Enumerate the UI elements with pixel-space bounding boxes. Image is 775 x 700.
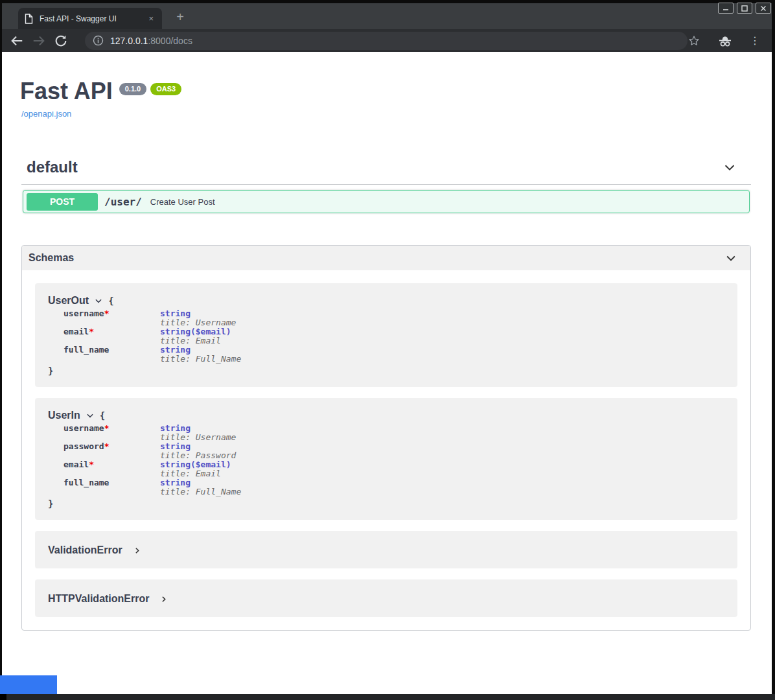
- model-userout: UserOut { username* string title: Userna…: [35, 283, 737, 387]
- tab-strip: Fast API - Swagger UI × +: [2, 3, 772, 29]
- model-name: HTTPValidationError: [48, 593, 149, 605]
- swagger-ui: Fast API 0.1.0 OAS3 /openapi.json defaul…: [2, 52, 772, 631]
- page-document-icon: [25, 14, 33, 24]
- property-type: string($email): [160, 327, 241, 336]
- endpoint-summary: Create User Post: [150, 197, 215, 207]
- property-name: password: [64, 441, 104, 451]
- minimize-icon: [722, 5, 730, 12]
- model-name: ValidationError: [48, 544, 122, 556]
- model-title-row[interactable]: UserOut {: [48, 295, 724, 307]
- property-title: title: Full_Name: [160, 487, 241, 496]
- close-brace: }: [48, 498, 53, 509]
- property-name: email: [64, 460, 89, 469]
- window-bottom-corner: [0, 694, 6, 700]
- close-brace: }: [48, 366, 53, 376]
- property-type: string: [160, 309, 241, 318]
- tab-title: Fast API - Swagger UI: [40, 14, 146, 23]
- page-content: Fast API 0.1.0 OAS3 /openapi.json defaul…: [2, 52, 772, 694]
- model-validationerror: ValidationError: [35, 531, 737, 568]
- click-indicator: [0, 675, 57, 695]
- model-name: UserOut: [48, 295, 89, 307]
- tab-close-icon[interactable]: ×: [146, 14, 156, 23]
- api-title-row: Fast API 0.1.0 OAS3: [20, 78, 752, 105]
- required-star: *: [104, 423, 110, 433]
- schemas-header[interactable]: Schemas: [22, 246, 750, 270]
- required-star: *: [104, 441, 110, 451]
- url-path: :8000/docs: [148, 36, 192, 46]
- required-star: *: [89, 460, 94, 469]
- tag-section-default: default POST /user/ Create User Post: [21, 158, 751, 213]
- back-icon[interactable]: [10, 34, 24, 48]
- required-star: *: [104, 309, 110, 318]
- property-row: full_name string title: Full_Name: [64, 478, 241, 496]
- address-bar[interactable]: 127.0.0.1:8000/docs: [85, 32, 688, 50]
- url-host: 127.0.0.1: [110, 36, 148, 46]
- badges: 0.1.0 OAS3: [119, 83, 181, 95]
- api-info: Fast API 0.1.0 OAS3 /openapi.json: [20, 78, 752, 119]
- property-title: title: Username: [160, 318, 241, 327]
- minimize-button[interactable]: [718, 3, 734, 14]
- property-name: full_name: [64, 478, 109, 487]
- model-name: UserIn: [48, 410, 80, 421]
- property-name: username: [64, 423, 104, 433]
- property-title: title: Full_Name: [160, 355, 241, 364]
- property-type: string: [160, 424, 241, 433]
- browser-menu-icon[interactable]: ⋮: [750, 36, 760, 46]
- open-brace: {: [100, 410, 105, 421]
- required-star: *: [89, 327, 94, 336]
- oas3-badge: OAS3: [150, 83, 181, 95]
- schemas-section: Schemas UserOut {: [21, 245, 751, 631]
- property-row: email* string($email) title: Email: [64, 460, 241, 478]
- chevron-down-icon[interactable]: [94, 296, 103, 305]
- chevron-down-icon[interactable]: [723, 160, 737, 174]
- window-bottom-edge: [0, 694, 775, 700]
- property-name: full_name: [64, 345, 109, 355]
- browser-window: Fast API - Swagger UI × +: [0, 0, 775, 700]
- property-title: title: Email: [160, 469, 241, 478]
- close-button[interactable]: [756, 3, 771, 14]
- post-method-button[interactable]: POST: [27, 193, 98, 211]
- model-properties: username* string title: Username passwor…: [64, 424, 241, 496]
- page-title: Fast API: [20, 78, 113, 105]
- model-properties: username* string title: Username email* …: [64, 309, 241, 364]
- model-title-row[interactable]: HTTPValidationError: [48, 591, 724, 607]
- maximize-button[interactable]: [737, 3, 752, 14]
- model-httpvalidationerror: HTTPValidationError: [35, 579, 737, 617]
- model-title-row[interactable]: UserIn {: [48, 410, 724, 421]
- property-name: email: [64, 327, 89, 336]
- schemas-body: UserOut { username* string title: Userna…: [22, 270, 750, 630]
- property-type: string($email): [160, 460, 241, 469]
- tag-header[interactable]: default: [21, 158, 751, 185]
- property-type: string: [160, 478, 241, 487]
- property-row: password* string title: Password: [64, 442, 241, 460]
- chevron-down-icon[interactable]: [86, 411, 95, 420]
- url-text: 127.0.0.1:8000/docs: [110, 36, 192, 46]
- chevron-right-icon[interactable]: [159, 595, 168, 603]
- browser-toolbar: 127.0.0.1:8000/docs ⋮: [2, 29, 772, 52]
- property-row: username* string title: Username: [64, 424, 241, 442]
- property-title: title: Username: [160, 433, 241, 442]
- property-title: title: Email: [160, 336, 241, 345]
- browser-tab[interactable]: Fast API - Swagger UI ×: [18, 8, 162, 29]
- new-tab-button[interactable]: +: [172, 9, 189, 26]
- property-row: username* string title: Username: [64, 309, 241, 327]
- close-icon: [759, 5, 767, 12]
- model-title-row[interactable]: ValidationError: [48, 542, 724, 558]
- openapi-json-link[interactable]: /openapi.json: [21, 109, 71, 119]
- reload-icon[interactable]: [54, 34, 68, 48]
- chevron-right-icon[interactable]: [133, 546, 141, 555]
- open-brace: {: [108, 296, 113, 306]
- bookmark-star-icon[interactable]: [688, 34, 700, 47]
- version-badge: 0.1.0: [119, 83, 146, 95]
- tag-name: default: [27, 158, 78, 176]
- forward-icon[interactable]: [32, 34, 46, 48]
- window-controls: [718, 3, 771, 14]
- chevron-down-icon[interactable]: [724, 251, 737, 264]
- incognito-icon: [717, 34, 733, 48]
- property-type: string: [160, 345, 241, 355]
- property-name: username: [64, 309, 104, 318]
- property-title: title: Password: [160, 451, 241, 460]
- opblock-post-user[interactable]: POST /user/ Create User Post: [23, 190, 750, 213]
- property-row: email* string($email) title: Email: [64, 327, 241, 345]
- site-info-icon[interactable]: [93, 35, 104, 46]
